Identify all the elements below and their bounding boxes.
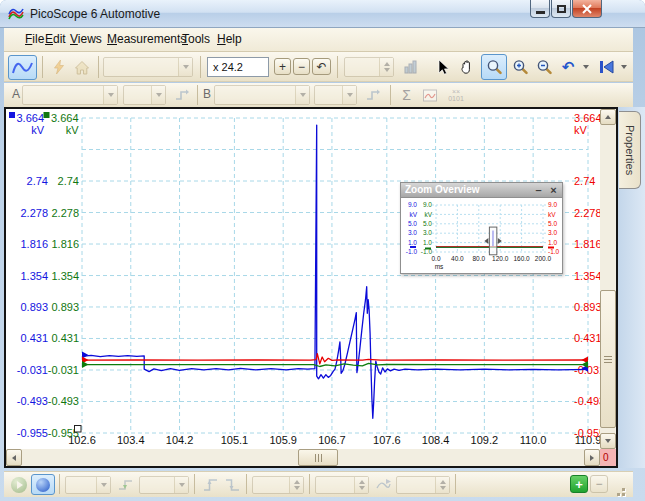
svg-text:104.2: 104.2 <box>166 434 194 446</box>
zoom-options-chevron[interactable] <box>580 57 591 77</box>
math-channels-button[interactable]: Σ <box>397 85 416 105</box>
trigger-delay-button[interactable] <box>373 475 393 495</box>
scope-view-button[interactable] <box>8 55 37 80</box>
svg-text:kV: kV <box>31 124 45 136</box>
zoom-overview-titlebar[interactable]: Zoom Overview – × <box>401 183 562 198</box>
trigger-threshold-spinner[interactable] <box>252 476 304 494</box>
minimize-button[interactable] <box>530 0 550 18</box>
zoom-overview-close-button[interactable]: × <box>547 184 560 197</box>
menu-help[interactable]: Help <box>217 32 242 46</box>
rising-edge-icon <box>203 478 218 492</box>
trigger-delay-icon <box>376 478 391 492</box>
main-chart[interactable]: 102.6103.4104.2105.1105.9106.7107.6108.4… <box>6 109 616 466</box>
close-button[interactable] <box>572 0 602 18</box>
svg-text:-0.031: -0.031 <box>17 364 48 376</box>
stop-capture-button[interactable] <box>31 474 55 495</box>
zoom-increase-button[interactable]: + <box>274 58 291 75</box>
resize-grip-icon[interactable] <box>622 488 625 491</box>
add-measurement-button[interactable]: + <box>570 475 588 493</box>
menu-measurements[interactable]: Measurements <box>107 32 186 46</box>
zoom-overview-chart[interactable]: 0.040.080.0120.0160.0200.0ms9.09.09.05.0… <box>401 198 562 274</box>
menu-tools[interactable]: Tools <box>182 32 210 46</box>
undo-zoom-button[interactable]: ↶ <box>557 55 579 79</box>
svg-text:kV: kV <box>574 124 588 136</box>
toolbar-separator <box>98 56 99 78</box>
zoom-overview-window: Zoom Overview – × 0.040.080.0120.0160.02… <box>400 182 563 274</box>
svg-text:107.6: 107.6 <box>373 434 401 446</box>
resize-grip-icon[interactable] <box>617 493 620 496</box>
close-icon <box>582 4 592 14</box>
remove-measurement-button[interactable]: − <box>590 475 608 493</box>
hand-tool-button[interactable] <box>455 55 479 79</box>
scroll-left-button[interactable] <box>6 449 22 466</box>
scroll-right-button[interactable] <box>584 449 600 466</box>
magnifier-icon <box>486 59 503 76</box>
zoom-region[interactable] <box>489 227 496 255</box>
vertical-scroll-thumb[interactable] <box>600 290 616 428</box>
trigger-source-dropdown[interactable] <box>139 476 189 494</box>
zoom-reset-button[interactable]: ↶ <box>312 58 331 75</box>
digital-inputs-button[interactable]: ×× 0101 <box>443 85 469 105</box>
properties-tab[interactable]: Properties <box>619 111 641 189</box>
channel-toolbar: A B Σ <box>4 83 633 107</box>
toolbar-separator <box>337 56 338 78</box>
post-trigger-spinner[interactable] <box>396 476 450 494</box>
window-title: PicoScope 6 Automotive <box>30 7 160 21</box>
reference-waveforms-button[interactable] <box>419 85 440 105</box>
svg-text:160.0: 160.0 <box>513 255 530 262</box>
svg-text:-0.493: -0.493 <box>48 395 79 407</box>
channel-a-range-dropdown[interactable] <box>123 85 166 105</box>
menu-file[interactable]: File <box>25 32 44 46</box>
home-button[interactable] <box>71 56 93 78</box>
svg-text:3.0: 3.0 <box>548 229 557 236</box>
vertical-scrollbar[interactable] <box>600 109 616 449</box>
zoom-in-tool-button[interactable] <box>509 55 532 79</box>
zoom-overview-minimize-button[interactable]: – <box>532 184 545 197</box>
digital-signals-icon: ×× <box>452 88 460 95</box>
svg-text:200.0: 200.0 <box>535 255 552 262</box>
zoom-overview-title: Zoom Overview <box>405 184 479 195</box>
svg-text:105.1: 105.1 <box>221 434 249 446</box>
pre-trigger-spinner[interactable] <box>315 476 369 494</box>
waveform-nav-chevron[interactable] <box>618 57 629 77</box>
channel-b-options-button[interactable] <box>361 85 383 105</box>
first-waveform-button[interactable] <box>595 55 617 79</box>
waveform-B <box>82 354 588 364</box>
resize-grip-icon[interactable] <box>622 493 625 496</box>
zoom-decrease-button[interactable]: − <box>293 58 310 75</box>
measurements-button[interactable] <box>400 56 422 78</box>
maximize-button[interactable] <box>551 0 571 18</box>
horizontal-scroll-thumb[interactable] <box>298 449 338 466</box>
zoom-out-tool-button[interactable] <box>533 55 556 79</box>
waveform-count-spinner[interactable] <box>344 57 394 77</box>
spinner-arrows-icon <box>435 477 449 493</box>
rising-edge-button[interactable] <box>200 475 220 495</box>
channel-a-source-dropdown[interactable] <box>22 85 118 105</box>
start-capture-button[interactable] <box>9 475 29 495</box>
channel-b-source-dropdown[interactable] <box>214 85 310 105</box>
horizontal-scrollbar[interactable] <box>6 449 600 466</box>
svg-text:2.278: 2.278 <box>574 207 602 219</box>
plot-corner-handle[interactable] <box>75 426 82 433</box>
trigger-marker-button[interactable] <box>115 475 135 495</box>
chevron-down-icon <box>621 65 627 69</box>
connect-device-button[interactable] <box>47 56 69 78</box>
falling-edge-button[interactable] <box>222 475 242 495</box>
zoom-tool-button[interactable] <box>481 54 507 80</box>
scroll-down-button[interactable] <box>600 433 616 449</box>
svg-text:0.893: 0.893 <box>574 301 602 313</box>
svg-text:9.0: 9.0 <box>408 201 417 208</box>
normal-selection-tool-button[interactable] <box>430 55 453 79</box>
scroll-up-button[interactable] <box>600 109 616 125</box>
title-bar: PicoScope 6 Automotive <box>0 0 645 28</box>
trigger-mode-dropdown[interactable] <box>65 476 111 494</box>
menu-edit[interactable]: Edit <box>45 32 66 46</box>
zoom-factor-field[interactable]: x 24.2 <box>207 57 269 77</box>
menu-views[interactable]: Views <box>70 32 102 46</box>
channel-b-range-dropdown[interactable] <box>314 85 357 105</box>
svg-text:2.278: 2.278 <box>20 207 48 219</box>
view-selector-dropdown[interactable] <box>103 57 193 77</box>
channel-marker-left[interactable] <box>82 361 89 368</box>
channel-a-options-button[interactable] <box>170 85 192 105</box>
minimize-icon <box>536 11 545 14</box>
